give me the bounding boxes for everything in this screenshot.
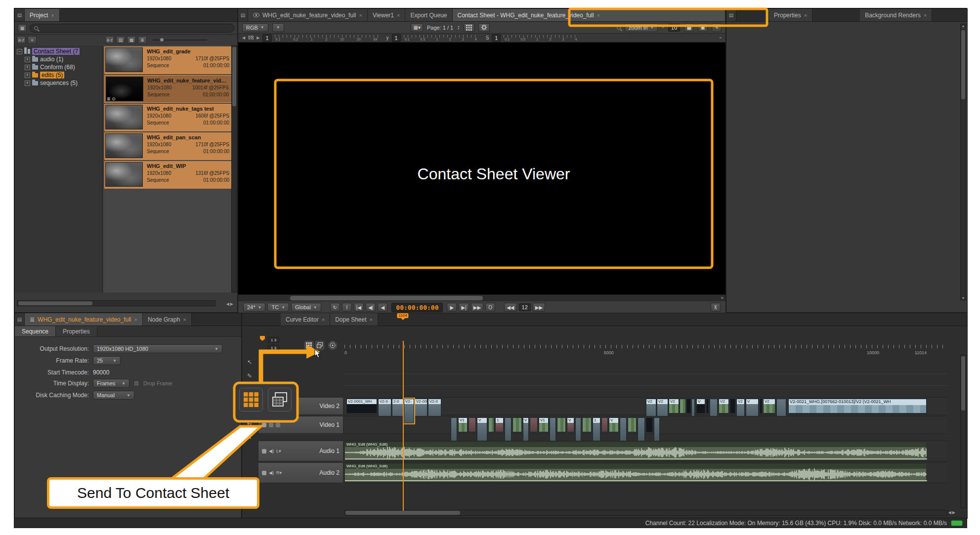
timeline-clip[interactable]: V bbox=[477, 417, 487, 442]
jog-forward-button[interactable]: ▶▶ bbox=[533, 303, 545, 312]
slider-knob[interactable] bbox=[160, 38, 164, 42]
audio-clip[interactable]: WHG_Edit (WHG_Edit) bbox=[344, 463, 927, 482]
go-to-end-button[interactable]: ▶▶ bbox=[471, 303, 483, 312]
scrollbar-handle[interactable] bbox=[345, 511, 460, 515]
timeline-clip[interactable] bbox=[582, 417, 592, 432]
previous-frame-button[interactable]: ◀| bbox=[366, 303, 376, 312]
prev-stop-icon[interactable]: ◀ bbox=[242, 36, 245, 40]
timeline-clip[interactable] bbox=[686, 399, 691, 413]
close-icon[interactable]: × bbox=[924, 12, 927, 18]
close-icon[interactable]: × bbox=[51, 12, 54, 18]
flipbook-button[interactable]: ▦▾ bbox=[411, 23, 423, 32]
gear-icon[interactable] bbox=[478, 23, 490, 32]
tree-view-button[interactable]: ≡ bbox=[28, 36, 37, 44]
timeline-clip[interactable] bbox=[730, 399, 735, 413]
close-icon[interactable]: × bbox=[359, 12, 362, 18]
poster-view-button[interactable]: ▦ bbox=[18, 24, 27, 32]
send-to-contact-sheet-button-small[interactable] bbox=[304, 341, 313, 350]
tab-project[interactable]: Project × bbox=[25, 9, 60, 21]
jog-back-button[interactable]: ◀◀ bbox=[504, 303, 516, 312]
start-timecode-value[interactable]: 90000 bbox=[93, 369, 109, 376]
frame-rate-select[interactable]: 25▼ bbox=[93, 356, 121, 365]
timeline-clip[interactable] bbox=[575, 417, 581, 442]
timeline-clip[interactable]: V1 bbox=[458, 417, 468, 432]
next-frame-button[interactable]: ▶| bbox=[459, 303, 469, 312]
timeline-clip[interactable] bbox=[654, 417, 660, 442]
edit-tool-icon[interactable]: ✎ bbox=[247, 372, 252, 379]
close-icon[interactable]: × bbox=[370, 317, 373, 323]
lock-icon[interactable] bbox=[262, 423, 266, 427]
tree-expander-icon[interactable]: + bbox=[25, 81, 30, 86]
tree-expander-icon[interactable]: − bbox=[17, 49, 22, 54]
viewer-frame-slider[interactable]: » bbox=[238, 294, 725, 301]
thumbnail-size-slider[interactable] bbox=[153, 40, 207, 41]
clip-row[interactable]: WHG_edit_pan_scan1920x10801710f @25FPSSe… bbox=[104, 132, 232, 160]
tab-sequence-name[interactable]: ≣ WHG_edit_nuke_feature_video_full × bbox=[25, 313, 143, 326]
select-tool-icon[interactable]: ↖ bbox=[247, 359, 252, 366]
tree-item[interactable]: −Contact Sheet (7 bbox=[15, 47, 102, 55]
scroll-arrows[interactable]: ◀▶ bbox=[226, 302, 233, 306]
scroll-down-icon[interactable]: ▼ bbox=[961, 296, 966, 300]
track-lane-video1[interactable]: V1V1VV1V1V bbox=[344, 416, 947, 434]
timeline-clip[interactable]: 1 bbox=[495, 417, 504, 432]
in-point-marker[interactable] bbox=[260, 336, 265, 341]
contact-sheet-settings-button[interactable] bbox=[268, 388, 292, 412]
timecode-mode-select[interactable]: TC▼ bbox=[267, 303, 289, 312]
tab-viewer-sequence[interactable]: WHG_edit_nuke_feature_video_full × bbox=[248, 9, 368, 21]
timeline-playhead[interactable] bbox=[403, 341, 404, 511]
detail-view-button[interactable]: ≣ bbox=[138, 36, 147, 44]
eye-icon[interactable] bbox=[269, 423, 273, 427]
frame-slider-handle[interactable] bbox=[290, 296, 483, 300]
timeline-clip[interactable] bbox=[601, 417, 608, 432]
tree-item[interactable]: +sequences (5) bbox=[15, 79, 102, 87]
timeline-clip[interactable]: V2 bbox=[763, 399, 775, 413]
timeline-clip[interactable] bbox=[530, 417, 538, 432]
gain-slider[interactable]: 0.10.212102064 bbox=[275, 35, 379, 41]
current-timecode[interactable]: 00:00:00:00 bbox=[391, 303, 443, 312]
disk-caching-select[interactable]: Manual▼ bbox=[93, 391, 134, 400]
fullscreen-button[interactable]: ⊼ bbox=[711, 303, 721, 312]
page-spinner[interactable]: ▲▼ bbox=[457, 25, 460, 30]
range-mode-select[interactable]: Global▼ bbox=[291, 303, 321, 312]
close-icon[interactable]: × bbox=[597, 12, 600, 18]
play-backward-button[interactable]: ◀ bbox=[378, 303, 387, 312]
sort-az-button[interactable]: a-z bbox=[17, 36, 26, 44]
channel-select[interactable]: R▾ bbox=[276, 470, 282, 475]
stop-button[interactable]: O bbox=[485, 303, 495, 312]
clip-row[interactable]: WHG_edit_nuke_feature_video_full1920x108… bbox=[104, 75, 232, 103]
project-vertical-scrollbar[interactable] bbox=[231, 45, 237, 292]
tab-contact-sheet[interactable]: Contact Sheet - WHG_edit_nuke_feature_vi… bbox=[453, 9, 725, 21]
close-icon[interactable]: × bbox=[804, 12, 807, 18]
timeline-vertical-scrollbar[interactable] bbox=[960, 355, 966, 508]
timeline-clip[interactable]: V bbox=[696, 399, 705, 413]
tab-background-renders[interactable]: Background Renders × bbox=[860, 9, 932, 21]
clip-row[interactable]: WHG_edit_WIP1920x10801316f @25FPSSequenc… bbox=[104, 161, 232, 189]
timeline-clip[interactable] bbox=[760, 399, 762, 413]
gamma-slider[interactable]: 0.10.51234 bbox=[404, 35, 478, 41]
drop-frame-checkbox[interactable] bbox=[133, 380, 139, 386]
track-header-audio2[interactable]: ◀) R▾ Audio 2 bbox=[258, 462, 343, 483]
grid-view-button[interactable]: ▦ bbox=[127, 36, 136, 44]
audio-clip[interactable]: WHG_Edit (WHG_Edit) bbox=[344, 442, 927, 460]
slip-tool-icon[interactable]: ⇆ bbox=[247, 421, 252, 428]
play-forward-button[interactable]: ▶ bbox=[447, 303, 457, 312]
tab-node-graph[interactable]: Node Graph × bbox=[143, 313, 192, 326]
tree-item[interactable]: +audio (1) bbox=[15, 55, 102, 63]
lock-icon[interactable] bbox=[684, 23, 694, 32]
timeline-clip[interactable] bbox=[469, 417, 476, 432]
subtab-properties[interactable]: Properties bbox=[56, 326, 97, 336]
collapse-chevrons-icon[interactable]: » bbox=[720, 36, 722, 40]
viewer-image-area[interactable] bbox=[238, 42, 725, 294]
timeline-clip[interactable] bbox=[505, 417, 511, 442]
subtab-sequence[interactable]: Sequence bbox=[15, 326, 56, 336]
close-icon[interactable]: × bbox=[322, 317, 325, 323]
in-frame-field[interactable]: 1 3 bbox=[268, 337, 279, 343]
timeline-clip[interactable]: V bbox=[523, 417, 529, 442]
tab-export-queue[interactable]: Export Queue bbox=[405, 9, 452, 21]
timeline-clip[interactable]: V2 bbox=[669, 399, 679, 413]
timeline-clip[interactable] bbox=[550, 417, 556, 442]
lock-icon[interactable] bbox=[262, 471, 266, 475]
channel-select[interactable]: L▾ bbox=[276, 449, 281, 453]
scrollbar-handle[interactable] bbox=[232, 47, 236, 106]
playback-rate-select[interactable]: 24*▼ bbox=[243, 303, 265, 312]
